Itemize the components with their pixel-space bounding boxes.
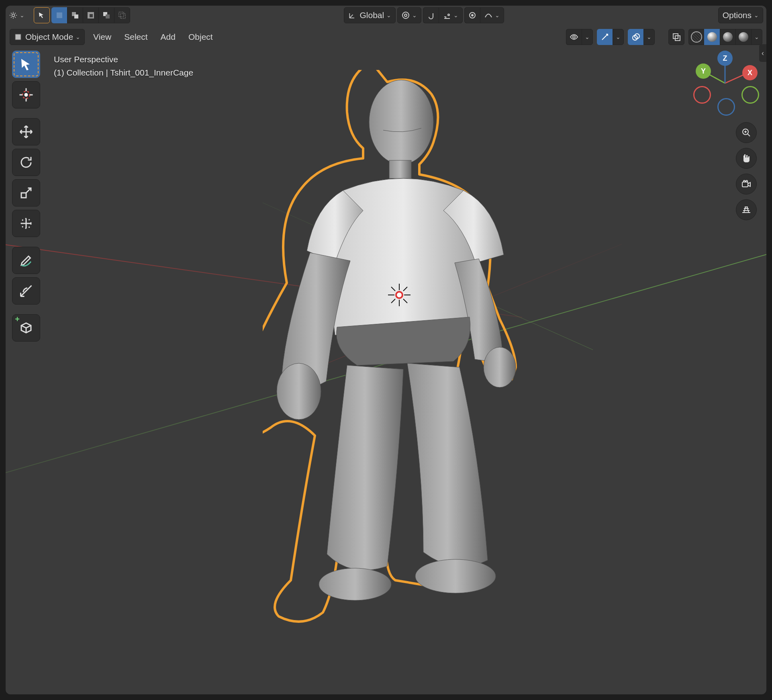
proportional-edit-toggle-icon[interactable]	[464, 7, 480, 23]
overlays-caret-icon[interactable]: ⌄	[643, 29, 655, 45]
tool-annotate[interactable]	[12, 247, 40, 274]
shading-solid-icon[interactable]	[704, 29, 720, 45]
menu-select[interactable]: Select	[120, 29, 152, 45]
tool-scale[interactable]	[12, 179, 40, 207]
transform-orientation-dropdown[interactable]: Global⌄	[344, 7, 396, 23]
toolbar-left: +	[12, 51, 39, 342]
shading-material-icon[interactable]	[720, 29, 735, 45]
svg-point-27	[448, 14, 449, 16]
perspective-grid-icon[interactable]	[736, 199, 757, 220]
svg-rect-18	[74, 14, 78, 18]
xray-toggle-icon[interactable]	[668, 29, 684, 45]
svg-rect-30	[15, 34, 21, 40]
snap-toggle-icon[interactable]	[423, 7, 439, 23]
svg-point-4	[319, 568, 391, 600]
svg-point-3	[484, 347, 516, 387]
select-intersect-icon[interactable]	[114, 7, 130, 23]
tool-cursor[interactable]	[12, 81, 40, 108]
zoom-icon[interactable]	[736, 122, 757, 143]
camera-icon[interactable]	[736, 174, 757, 194]
shading-caret-icon[interactable]: ⌄	[751, 29, 762, 45]
svg-rect-16	[57, 12, 62, 18]
header-secondary: Object Mode⌄ View Select Add Object ⌄ ⌄ …	[6, 27, 766, 47]
overlay-perspective-label: User Perspective	[54, 53, 193, 66]
snap-mode-dropdown[interactable]: ⌄	[439, 7, 463, 23]
select-box-icon[interactable]	[34, 7, 50, 23]
select-invert-icon[interactable]	[98, 7, 114, 23]
svg-point-37	[25, 94, 27, 96]
shading-wireframe-icon[interactable]	[688, 29, 704, 45]
mode-dropdown[interactable]: Object Mode⌄	[10, 29, 85, 45]
editor-type-dropdown-icon[interactable]: ⌄	[9, 7, 25, 23]
header-primary: ⌄ Global⌄ ⌄ ⌄ ⌄ Options⌄	[6, 6, 766, 25]
select-subtract-icon[interactable]	[83, 7, 98, 23]
axis-neg-x-icon[interactable]	[693, 86, 711, 104]
axis-x-icon[interactable]: X	[742, 65, 758, 80]
orientation-gizmo[interactable]: Z X Y	[695, 53, 755, 113]
options-dropdown[interactable]: Options⌄	[718, 7, 763, 23]
select-extend-icon[interactable]	[67, 7, 83, 23]
svg-point-2	[277, 363, 321, 420]
selection-mode-group	[51, 7, 130, 23]
tool-move[interactable]	[12, 118, 40, 145]
svg-rect-23	[119, 12, 124, 17]
menu-add[interactable]: Add	[156, 29, 180, 45]
svg-rect-42	[21, 193, 26, 198]
svg-point-31	[573, 36, 575, 38]
shading-mode-group: ⌄	[688, 29, 762, 45]
svg-rect-1	[389, 160, 411, 178]
select-new-icon[interactable]	[51, 7, 67, 23]
svg-point-29	[472, 14, 473, 16]
svg-line-48	[747, 134, 750, 136]
menu-object[interactable]: Object	[184, 29, 217, 45]
svg-point-26	[402, 12, 409, 18]
options-label: Options	[723, 10, 752, 20]
svg-point-15	[12, 14, 15, 17]
gizmo-caret-icon[interactable]: ⌄	[613, 29, 624, 45]
pan-icon[interactable]	[736, 148, 757, 169]
axis-neg-z-icon[interactable]	[717, 98, 735, 116]
viewport-3d[interactable]: ⌄ Global⌄ ⌄ ⌄ ⌄ Options⌄ O	[6, 6, 766, 694]
svg-point-0	[369, 80, 433, 164]
axis-z-icon[interactable]: Z	[717, 51, 733, 66]
svg-point-6	[396, 292, 402, 298]
tool-select-box[interactable]	[12, 51, 40, 78]
tool-rotate[interactable]	[12, 149, 40, 176]
overlay-collection-label: (1) Collection | Tshirt_001_InnerCage	[54, 66, 193, 80]
svg-rect-20	[90, 14, 93, 17]
menu-view[interactable]: View	[89, 29, 116, 45]
tool-measure[interactable]	[12, 277, 40, 305]
sidebar-toggle-handle[interactable]: ‹	[759, 44, 766, 62]
svg-rect-24	[120, 14, 125, 18]
axis-neg-y-icon[interactable]	[741, 86, 759, 104]
pivot-point-dropdown[interactable]: ⌄	[397, 7, 421, 23]
proportional-falloff-dropdown[interactable]: ⌄	[480, 7, 504, 23]
mode-label: Object Mode	[25, 32, 73, 42]
tool-transform[interactable]	[12, 210, 40, 237]
gizmo-toggle-icon[interactable]	[597, 29, 613, 45]
visibility-caret-icon[interactable]: ⌄	[582, 29, 593, 45]
transform-orientation-label: Global	[359, 10, 384, 20]
viewport-overlay-text: User Perspective (1) Collection | Tshirt…	[54, 53, 193, 79]
selected-mesh-character[interactable]	[263, 70, 536, 657]
axis-y-icon[interactable]: Y	[696, 63, 711, 79]
visibility-dropdown-icon[interactable]	[566, 29, 582, 45]
viewport-nav-buttons	[736, 122, 757, 220]
svg-rect-51	[742, 182, 748, 187]
svg-rect-22	[106, 14, 110, 18]
svg-point-5	[415, 559, 496, 593]
shading-rendered-icon[interactable]	[735, 29, 751, 45]
svg-point-52	[743, 180, 745, 182]
overlays-toggle-icon[interactable]	[628, 29, 643, 45]
svg-point-53	[746, 180, 747, 182]
svg-point-25	[404, 14, 407, 16]
tool-add-cube[interactable]: +	[12, 314, 40, 342]
